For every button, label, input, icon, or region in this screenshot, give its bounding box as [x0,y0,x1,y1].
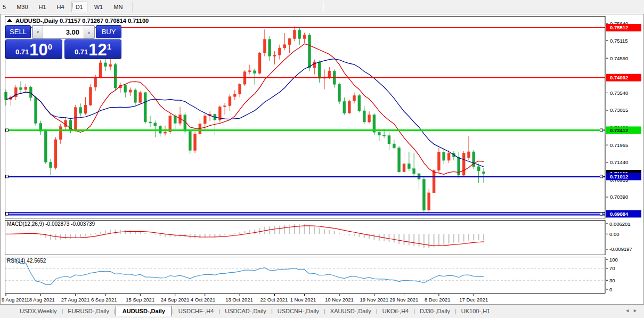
candle[interactable] [433,170,435,193]
candle[interactable] [229,96,231,105]
candle[interactable] [94,78,97,87]
chart-tab-ukoil-h4[interactable]: UKOil-,H4 [378,306,414,316]
candle[interactable] [308,35,311,68]
candle[interactable] [363,111,365,122]
line-drag-handle[interactable] [600,129,603,132]
candle[interactable] [144,93,146,122]
candle[interactable] [199,124,201,134]
tf-button-m30[interactable]: M30 [13,2,31,12]
candle[interactable] [84,105,87,113]
candle[interactable] [388,136,390,144]
candle[interactable] [407,164,410,168]
date-axis[interactable]: 9 Aug 202118 Aug 202127 Aug 20216 Sep 20… [2,294,488,303]
ask-quote-box[interactable]: 0.71121 [64,39,121,59]
candle[interactable] [20,87,22,89]
candle[interactable] [114,64,117,88]
candle[interactable] [29,87,32,97]
candle[interactable] [422,179,425,210]
volume-input[interactable]: 3.00 [43,26,84,38]
candle[interactable] [328,71,331,77]
line-drag-handle[interactable] [6,213,9,215]
candle[interactable] [203,116,206,124]
tf-button-h4[interactable]: H4 [53,2,68,12]
candle[interactable] [443,152,445,161]
candle[interactable] [248,71,251,72]
chart-tab-usdcnh-daily[interactable]: USDCNH-,Daily [273,306,324,316]
candle[interactable] [254,71,256,74]
candle[interactable] [263,39,266,53]
candle[interactable] [437,152,440,170]
candle[interactable] [233,94,236,96]
candle[interactable] [313,62,316,68]
candle[interactable] [378,132,380,135]
candle[interactable] [343,102,346,113]
line-drag-handle[interactable] [600,175,603,178]
candle[interactable] [348,101,350,113]
chart-tab-dj30-daily[interactable]: DJ30-,Daily [415,306,455,316]
candle[interactable] [368,115,371,122]
line-drag-handle[interactable] [6,175,9,178]
candle[interactable] [50,162,52,168]
volume-increase-button[interactable]: ▲ [84,26,94,38]
candle[interactable] [134,90,136,103]
line-drag-handle[interactable] [600,213,603,215]
volume-decrease-button[interactable]: ▼ [32,26,43,38]
hline-0.72412[interactable] [5,129,605,132]
candle[interactable] [268,39,271,56]
candle[interactable] [129,90,132,92]
candle[interactable] [104,63,107,67]
chart-tab-eurusd-daily[interactable]: EURUSD-,Daily [63,306,114,316]
buy-button[interactable]: BUY [96,25,121,39]
chart-tab-usdcad-daily[interactable]: USDCAD-,Daily [220,306,271,316]
scroll-right-icon[interactable]: ► [633,308,641,313]
candle[interactable] [298,30,301,38]
scroll-left-icon[interactable]: ◄ [625,308,633,313]
candle[interactable] [393,144,395,148]
candle[interactable] [239,84,241,94]
candle[interactable] [224,106,226,107]
candle[interactable] [288,39,291,45]
candle[interactable] [74,108,77,131]
candle[interactable] [358,95,361,111]
candle[interactable] [428,193,430,210]
line-drag-handle[interactable] [6,129,9,132]
chart-tab-usdx-weekly[interactable]: USDX,Weekly [15,306,61,316]
candle[interactable] [35,97,37,123]
candle[interactable] [149,122,151,123]
candle[interactable] [164,132,167,133]
candle[interactable] [283,45,286,48]
candle[interactable] [139,93,142,103]
candle[interactable] [303,35,306,39]
candle[interactable] [447,153,450,160]
candle[interactable] [353,95,356,101]
candle[interactable] [477,167,480,171]
candle[interactable] [109,64,112,67]
candle[interactable] [79,108,82,113]
candle[interactable] [398,148,401,172]
candle[interactable] [54,140,57,168]
candle[interactable] [483,172,485,174]
candle[interactable] [258,53,261,73]
tf-button-mn[interactable]: MN [110,2,126,12]
hline-0.69884[interactable] [5,213,605,215]
candle[interactable] [25,87,27,89]
candle[interactable] [293,30,296,38]
candle[interactable] [44,131,47,162]
hline-0.71012[interactable] [5,175,605,178]
candle[interactable] [154,123,157,126]
tf-button-w1[interactable]: W1 [91,2,107,12]
candle[interactable] [194,134,197,150]
candle[interactable] [467,152,470,158]
candle[interactable] [413,169,415,174]
candle[interactable] [99,63,102,78]
tf-button-m5[interactable]: 5 [0,2,10,12]
candle[interactable] [278,48,281,55]
candle[interactable] [273,55,276,56]
candle[interactable] [59,127,62,140]
candle[interactable] [383,135,386,136]
candle[interactable] [403,164,405,172]
tf-button-d1[interactable]: D1 [71,2,87,12]
candle[interactable] [89,87,92,105]
candle[interactable] [338,84,341,101]
candle[interactable] [318,62,321,78]
